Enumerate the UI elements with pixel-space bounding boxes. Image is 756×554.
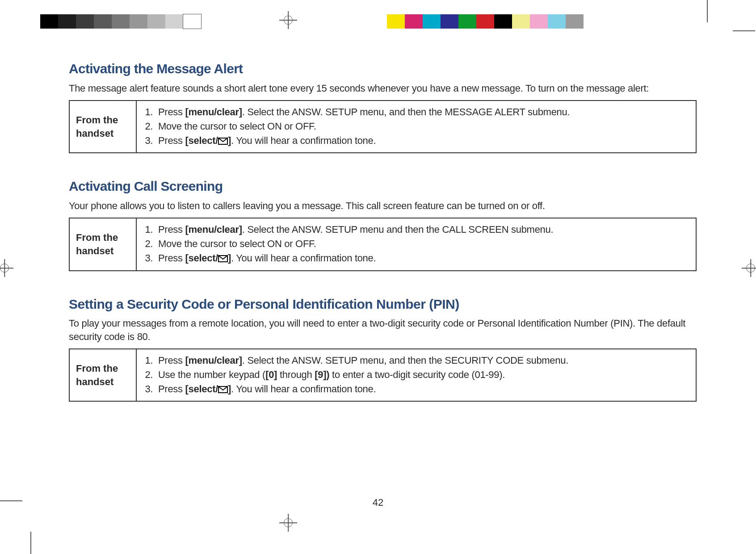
steps-list: Press [menu/clear]. Select the ANSW. SET… [140, 223, 689, 265]
mail-icon [218, 135, 228, 148]
page-number: 42 [0, 496, 756, 509]
steps-list: Press [menu/clear]. Select the ANSW. SET… [140, 105, 689, 148]
row-label: From the handset [69, 218, 136, 270]
list-item: Move the cursor to select ON or OFF. [155, 237, 689, 251]
section-intro: The message alert feature sounds a short… [69, 82, 697, 95]
row-steps: Press [menu/clear]. Select the ANSW. SET… [136, 349, 696, 401]
list-item: Press [menu/clear]. Select the ANSW. SET… [155, 105, 689, 119]
instruction-table: From the handset Press [menu/clear]. Sel… [69, 100, 697, 153]
list-item: Press [select/]. You will hear a confirm… [155, 382, 689, 397]
instruction-table: From the handset Press [menu/clear]. Sel… [69, 218, 697, 271]
page-content: Activating the Message Alert The message… [69, 60, 697, 402]
list-item: Move the cursor to select ON or OFF. [155, 120, 689, 133]
section-intro: Your phone allows you to listen to calle… [69, 199, 697, 213]
table-row: From the handset Press [menu/clear]. Sel… [69, 218, 696, 270]
section-title: Activating the Message Alert [69, 60, 697, 78]
list-item: Use the number keypad ([0] through [9]) … [155, 368, 689, 382]
grayscale-calibration-bar [40, 14, 201, 29]
registration-mark-icon [279, 11, 297, 29]
mail-icon [218, 383, 228, 397]
table-row: From the handset Press [menu/clear]. Sel… [69, 101, 696, 153]
page-root: Activating the Message Alert The message… [0, 0, 756, 554]
list-item: Press [select/]. You will hear a confirm… [155, 252, 689, 266]
mail-icon [218, 252, 228, 266]
section-title: Setting a Security Code or Personal Iden… [69, 295, 697, 314]
registration-mark-icon [742, 259, 756, 277]
color-calibration-bar [387, 14, 584, 29]
table-row: From the handset Press [menu/clear]. Sel… [69, 349, 696, 401]
row-steps: Press [menu/clear]. Select the ANSW. SET… [136, 218, 696, 270]
list-item: Press [menu/clear]. Select the ANSW. SET… [155, 223, 689, 236]
list-item: Press [menu/clear]. Select the ANSW. SET… [155, 354, 689, 367]
crop-mark [30, 532, 31, 554]
registration-mark-icon [0, 259, 13, 277]
row-label: From the handset [69, 101, 136, 153]
registration-mark-icon [279, 514, 297, 532]
instruction-table: From the handset Press [menu/clear]. Sel… [69, 348, 697, 402]
crop-mark [733, 30, 755, 31]
crop-mark [707, 0, 708, 22]
row-steps: Press [menu/clear]. Select the ANSW. SET… [136, 101, 696, 153]
list-item: Press [select/]. You will hear a confirm… [155, 134, 689, 148]
row-label: From the handset [69, 349, 136, 401]
steps-list: Press [menu/clear]. Select the ANSW. SET… [140, 354, 689, 396]
section-intro: To play your messages from a remote loca… [69, 317, 697, 343]
section-title: Activating Call Screening [69, 177, 697, 196]
